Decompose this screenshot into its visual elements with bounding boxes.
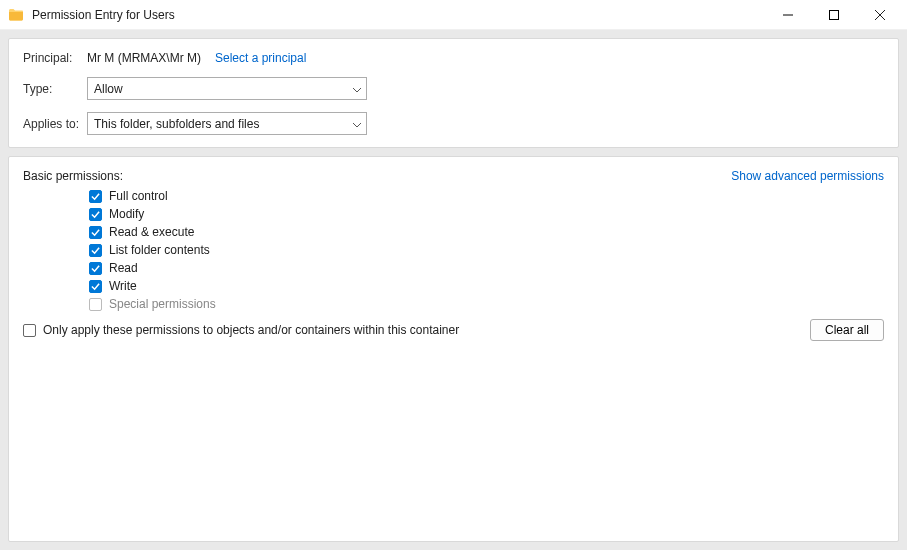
type-selected-value: Allow [94,82,123,96]
window-controls [765,0,903,30]
permission-checkbox[interactable] [89,244,102,257]
permission-row: List folder contents [89,243,884,257]
permission-checkbox[interactable] [89,208,102,221]
permission-row: Special permissions [89,297,884,311]
maximize-button[interactable] [811,0,857,30]
applies-to-select[interactable]: This folder, subfolders and files [87,112,367,135]
principal-panel: Principal: Mr M (MRMAX\Mr M) Select a pr… [8,38,899,148]
principal-value-row: Mr M (MRMAX\Mr M) Select a principal [87,51,884,65]
permission-row: Full control [89,189,884,203]
basic-permissions-label: Basic permissions: [23,169,123,183]
close-button[interactable] [857,0,903,30]
minimize-button[interactable] [765,0,811,30]
titlebar: Permission Entry for Users [0,0,907,30]
permission-label: Modify [109,207,144,221]
permissions-panel: Basic permissions: Show advanced permiss… [8,156,899,542]
principal-label: Principal: [23,51,87,65]
svg-rect-0 [830,10,839,19]
only-apply-checkbox[interactable] [23,324,36,337]
permission-row: Modify [89,207,884,221]
permission-label: Read & execute [109,225,194,239]
permission-row: Read [89,261,884,275]
permission-entry-window: Permission Entry for Users Principal: Mr… [0,0,907,550]
permission-row: Write [89,279,884,293]
type-label: Type: [23,82,87,96]
applies-to-selected-value: This folder, subfolders and files [94,117,259,131]
type-select[interactable]: Allow [87,77,367,100]
permission-checkbox[interactable] [89,280,102,293]
permission-checkbox [89,298,102,311]
window-content: Principal: Mr M (MRMAX\Mr M) Select a pr… [0,30,907,550]
permission-checkbox[interactable] [89,190,102,203]
only-apply-row: Only apply these permissions to objects … [23,323,459,337]
permission-label: Write [109,279,137,293]
window-title: Permission Entry for Users [32,8,765,22]
select-principal-link[interactable]: Select a principal [215,51,306,65]
clear-all-button[interactable]: Clear all [810,319,884,341]
permission-checkbox[interactable] [89,262,102,275]
principal-name: Mr M (MRMAX\Mr M) [87,51,201,65]
only-apply-label: Only apply these permissions to objects … [43,323,459,337]
applies-to-label: Applies to: [23,117,87,131]
permissions-bottom-row: Only apply these permissions to objects … [23,319,884,341]
permissions-list: Full controlModifyRead & executeList fol… [89,189,884,311]
permissions-header-row: Basic permissions: Show advanced permiss… [23,169,884,183]
permission-label: Special permissions [109,297,216,311]
permission-label: List folder contents [109,243,210,257]
permission-label: Full control [109,189,168,203]
permission-label: Read [109,261,138,275]
folder-icon [8,7,24,23]
permission-checkbox[interactable] [89,226,102,239]
permission-row: Read & execute [89,225,884,239]
applies-to-select-wrap: This folder, subfolders and files [87,112,367,135]
show-advanced-permissions-link[interactable]: Show advanced permissions [731,169,884,183]
type-select-wrap: Allow [87,77,367,100]
